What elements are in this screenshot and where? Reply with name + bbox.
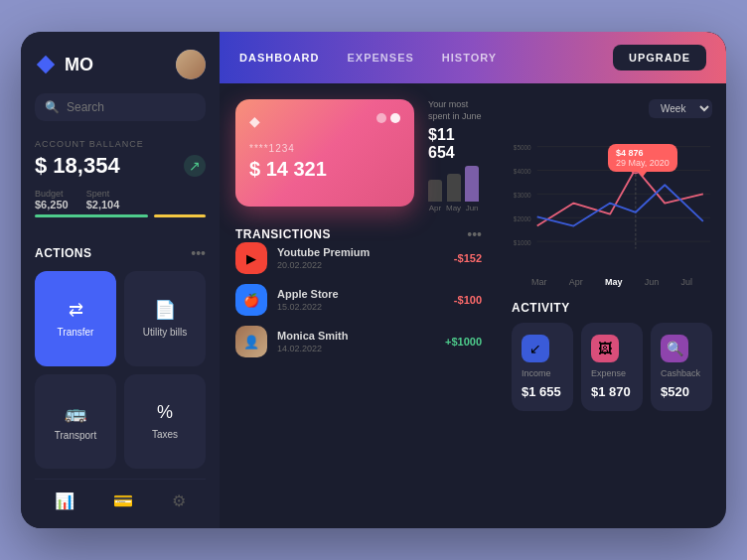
svg-text:$1000: $1000 (514, 239, 531, 246)
toggle-dot-on (390, 113, 400, 123)
chart-label-apr: Apr (569, 277, 583, 287)
most-spent-label: Your most spent in June (428, 99, 482, 122)
search-bar[interactable]: 🔍 (35, 93, 206, 121)
mini-bar-apr: Apr (428, 180, 442, 212)
card-balance: $ 14 321 (249, 158, 400, 181)
content-right: Week Month $4 876 29 May, 2020 $5000 $40… (498, 83, 726, 528)
transport-icon: 🚌 (65, 402, 86, 424)
account-section: ACCOUNT BALLANCE $ 18,354 ↗ Budget $6,25… (35, 139, 206, 231)
logo-area: MO (35, 54, 93, 75)
tx-info-person: Monica Smith 14.02.2022 (277, 330, 435, 353)
chart-header: Week Month (512, 99, 712, 118)
taxes-icon: % (157, 402, 173, 423)
search-input[interactable] (67, 100, 196, 114)
chart-icon[interactable]: 📊 (55, 491, 75, 510)
budget-label: Budget (35, 189, 69, 199)
content-left: ◆ ****1234 $ 14 321 Your most spent in J… (220, 83, 498, 528)
logo-diamond-icon (35, 54, 57, 75)
action-taxes[interactable]: % Taxes (124, 374, 206, 470)
upgrade-button[interactable]: UPGRADE (613, 45, 706, 70)
income-value: $1 655 (522, 384, 563, 399)
mini-bar-apr-bar (428, 180, 442, 202)
utility-icon: 📄 (154, 299, 176, 321)
search-icon: 🔍 (45, 100, 60, 114)
most-spent-value: $11 654 (428, 126, 482, 162)
budget-bar-row (35, 214, 206, 217)
top-row: ◆ ****1234 $ 14 321 Your most spent in J… (235, 99, 482, 212)
chart-svg: $5000 $4000 $3000 $2000 $1000 (512, 124, 712, 273)
transaction-list: ▶ Youtube Premium 20.02.2022 -$152 🍎 App… (235, 242, 482, 357)
transactions-header: TRANSICTIONS ••• (235, 226, 482, 242)
sidebar: MO 🔍 ACCOUNT BALLANCE $ 18,354 ↗ Budget … (21, 32, 220, 528)
spent-value: $2,104 (86, 199, 120, 210)
action-transfer-label: Transfer (58, 327, 94, 338)
week-selector[interactable]: Week Month (649, 99, 712, 118)
cashback-icon: 🔍 (661, 335, 688, 362)
main: DASHBOARD EXPENSES HISTORY UPGRADE ◆ (220, 32, 726, 528)
actions-grid: ⇄ Transfer 📄 Utility bills 🚌 Transport %… (35, 271, 206, 469)
svg-point-12 (631, 164, 640, 173)
app-container: MO 🔍 ACCOUNT BALLANCE $ 18,354 ↗ Budget … (21, 32, 726, 528)
cashback-label: Cashback (661, 368, 702, 378)
app-title: MO (65, 55, 93, 75)
svg-text:$4000: $4000 (514, 168, 531, 175)
action-transport-label: Transport (55, 430, 96, 441)
activity-title: ACTIVITY (512, 301, 570, 315)
nav-expenses[interactable]: EXPENSES (348, 52, 414, 64)
tx-date-apple: 15.02.2022 (277, 302, 444, 312)
mini-bar-apr-label: Apr (429, 204, 441, 212)
wallet-icon[interactable]: 💳 (113, 491, 133, 510)
mini-bars: Apr May Jun (428, 166, 482, 212)
spent-item: Spent $2,104 (86, 189, 120, 210)
account-balance-row: $ 18,354 ↗ (35, 153, 206, 179)
card-toggle[interactable] (376, 113, 400, 123)
svg-text:$2000: $2000 (514, 215, 531, 222)
chart-label-jun: Jun (645, 277, 660, 287)
income-label: Income (522, 368, 563, 378)
cashback-value: $520 (661, 384, 702, 399)
tx-name-apple: Apple Store (277, 288, 444, 300)
budget-item: Budget $6,250 (35, 189, 69, 210)
mini-bar-may: May (446, 174, 461, 212)
table-row: 👤 Monica Smith 14.02.2022 +$1000 (235, 326, 482, 357)
svg-text:$3000: $3000 (514, 192, 531, 199)
expense-icon: 🖼 (591, 335, 619, 362)
tx-amount-youtube: -$152 (454, 252, 482, 264)
settings-icon[interactable]: ⚙ (172, 491, 186, 510)
transactions-more-icon[interactable]: ••• (467, 226, 482, 242)
table-row: ▶ Youtube Premium 20.02.2022 -$152 (235, 242, 482, 274)
actions-title: ACTIONS (35, 246, 92, 260)
tx-name-youtube: Youtube Premium (277, 246, 444, 258)
activity-section: ACTIVITY ↙ Income $1 655 🖼 Expense $1 87… (512, 301, 712, 411)
budget-bar-green (35, 214, 148, 217)
action-transfer[interactable]: ⇄ Transfer (35, 271, 116, 366)
actions-header: ACTIONS ••• (35, 245, 206, 261)
trend-icon: ↗ (184, 155, 206, 177)
chart-container: $4 876 29 May, 2020 $5000 $4000 $3000 $2… (512, 124, 712, 287)
sidebar-footer: 📊 💳 ⚙ (35, 479, 206, 510)
mini-bar-jun-label: Jun (466, 204, 479, 212)
sidebar-header: MO (35, 50, 206, 79)
avatar[interactable] (176, 50, 206, 79)
tx-date-youtube: 20.02.2022 (277, 260, 444, 270)
action-utility-label: Utility bills (143, 327, 187, 338)
tx-info-youtube: Youtube Premium 20.02.2022 (277, 246, 444, 270)
actions-more-icon[interactable]: ••• (191, 245, 206, 261)
svg-marker-0 (37, 56, 55, 73)
nav-history[interactable]: HISTORY (442, 52, 497, 64)
action-transport[interactable]: 🚌 Transport (35, 374, 116, 470)
nav-dashboard[interactable]: DASHBOARD (239, 52, 320, 64)
budget-bar-yellow (154, 214, 206, 217)
spent-label: Spent (86, 189, 120, 199)
action-utility[interactable]: 📄 Utility bills (124, 271, 206, 366)
credit-card: ◆ ****1234 $ 14 321 (235, 99, 414, 207)
mini-bar-may-label: May (446, 204, 461, 212)
chart-label-jul: Jul (680, 277, 692, 287)
action-taxes-label: Taxes (152, 429, 178, 440)
expense-value: $1 870 (591, 384, 633, 399)
mini-bar-jun-bar (465, 166, 479, 202)
chart-x-labels: Mar Apr May Jun Jul (512, 277, 712, 287)
tx-icon-youtube: ▶ (235, 242, 267, 274)
account-balance: $ 18,354 (35, 153, 120, 179)
income-icon: ↙ (522, 335, 549, 362)
